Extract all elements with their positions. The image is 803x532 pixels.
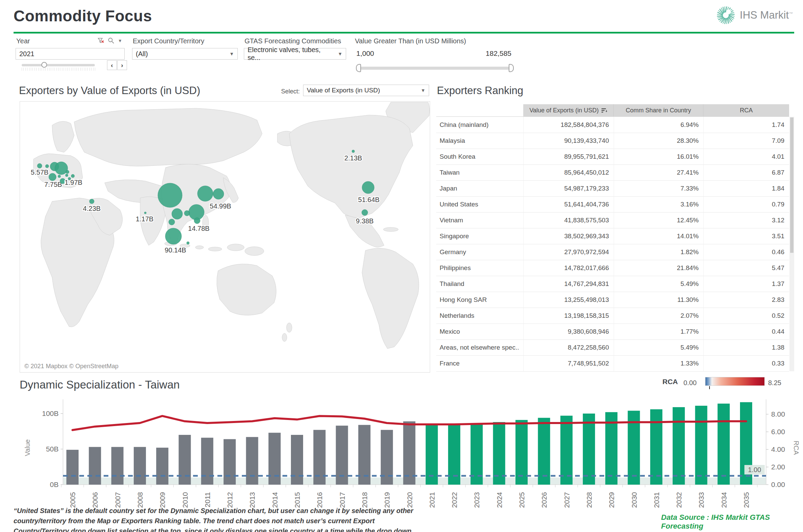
bar-2009[interactable] xyxy=(156,448,168,484)
cell-comm-share: 12.45% xyxy=(614,212,704,228)
year-axis-label: 2031 xyxy=(653,492,660,508)
map-bubble-malaysia[interactable] xyxy=(165,228,182,244)
table-row[interactable]: Hong Kong SAR13,255,498,01311.30%2.83 xyxy=(436,292,789,308)
table-row[interactable]: Germany27,970,972,5941.82%0.46 xyxy=(436,244,789,260)
map-bubble-ireland[interactable] xyxy=(37,164,42,168)
header-divider xyxy=(14,32,794,34)
bar-2005[interactable] xyxy=(67,450,78,484)
year-filter-toolbar: ▼ xyxy=(97,37,122,44)
year-axis-label: 2035 xyxy=(742,492,750,508)
slider-tick xyxy=(51,68,51,71)
year-input[interactable] xyxy=(16,48,125,60)
year-slider[interactable] xyxy=(22,64,95,66)
table-row[interactable]: Thailand14,767,294,8315.49%1.37 xyxy=(436,276,789,292)
map-bubble-china-mainland-[interactable] xyxy=(158,183,182,207)
range-handle-max[interactable] xyxy=(509,64,514,72)
cell-comm-share: 6.94% xyxy=(614,117,704,133)
commodities-dropdown[interactable]: Electronic valves, tubes, se... ▼ xyxy=(244,48,346,60)
bar-2025[interactable] xyxy=(515,420,528,484)
table-row[interactable]: Malaysia90,139,433,74028.30%7.09 xyxy=(436,133,789,149)
bar-2032[interactable] xyxy=(673,407,685,484)
world-map[interactable]: 5.57B7.75B1.97B4.23B1.17B54.99B14.78B90.… xyxy=(20,101,430,373)
slider-tick xyxy=(53,68,53,71)
sort-desc-icon[interactable] xyxy=(602,108,607,113)
year-axis-label: 2025 xyxy=(518,492,526,508)
year-slider-knob[interactable] xyxy=(41,62,47,68)
table-row[interactable]: Japan54,987,179,2337.33%1.84 xyxy=(436,180,789,197)
table-row[interactable]: Vietnam41,838,575,50312.45%3.12 xyxy=(436,212,789,228)
year-next-button[interactable]: › xyxy=(117,60,127,70)
clear-filter-icon[interactable] xyxy=(97,37,104,44)
bar-2027[interactable] xyxy=(561,416,573,484)
bar-2011[interactable] xyxy=(201,438,213,484)
map-bubble-india[interactable] xyxy=(144,212,146,214)
map-bubble-czechia[interactable] xyxy=(66,170,69,174)
table-row[interactable]: Netherlands13,198,158,3152.07%0.52 xyxy=(436,308,789,324)
value-axis-tick: 50B xyxy=(46,445,59,453)
table-row[interactable]: China (mainland)182,584,804,3766.94%1.74 xyxy=(436,117,789,133)
map-bubble-austria[interactable] xyxy=(66,174,68,177)
map-bubble-hungary[interactable] xyxy=(71,174,74,178)
cell-rca: 6.87 xyxy=(704,165,789,180)
map-bubble-south-korea[interactable] xyxy=(198,186,213,201)
map-bubble-switzerland[interactable] xyxy=(58,175,61,178)
table-row[interactable]: United States51,641,404,7363.16%0.79 xyxy=(436,196,789,212)
column-header-value[interactable]: Value of Exports (in USD) xyxy=(523,104,614,116)
map-bubble-canada[interactable] xyxy=(352,150,354,153)
cell-country: Mexico xyxy=(436,324,523,339)
map-bubble-indonesia[interactable] xyxy=(187,242,189,244)
table-row[interactable]: Singapore38,502,969,34314.01%3.51 xyxy=(436,228,789,244)
slider-tick xyxy=(38,68,39,71)
cell-rca: 0.79 xyxy=(704,196,789,212)
map-bubble-france[interactable] xyxy=(49,173,56,181)
range-handle-min[interactable] xyxy=(356,64,361,72)
bar-2010[interactable] xyxy=(179,435,191,484)
year-prev-button[interactable]: ‹ xyxy=(107,60,117,70)
bar-2033[interactable] xyxy=(695,406,707,484)
table-row[interactable]: Taiwan85,964,450,01227.41%6.87 xyxy=(436,165,789,181)
bar-2015[interactable] xyxy=(291,435,303,484)
map-bubble-philippines[interactable] xyxy=(194,217,200,224)
table-row[interactable]: Philippines14,782,017,66621.84%5.47 xyxy=(436,260,789,276)
map-bubble-united-states[interactable] xyxy=(362,182,374,194)
column-header-share[interactable]: Comm Share in Country xyxy=(614,104,704,116)
bar-2034[interactable] xyxy=(718,404,730,484)
column-header-rca[interactable]: RCA xyxy=(704,104,789,116)
value-axis-title: Value xyxy=(24,439,31,456)
table-row[interactable]: France7,748,951,5021.33%0.33 xyxy=(436,355,789,372)
filter-menu-caret-icon[interactable]: ▼ xyxy=(118,38,122,43)
slider-tick xyxy=(57,68,57,71)
bar-2007[interactable] xyxy=(111,447,124,484)
map-bubble-israel[interactable] xyxy=(89,199,94,204)
bar-2028[interactable] xyxy=(583,414,595,484)
map-bubble-mexico[interactable] xyxy=(362,209,368,215)
bar-2006[interactable] xyxy=(89,447,101,484)
bar-2013[interactable] xyxy=(246,437,258,484)
map-bubble-hong-kong-sar[interactable] xyxy=(184,210,190,216)
map-bubble-united-kingdom[interactable] xyxy=(45,165,49,168)
bar-2031[interactable] xyxy=(650,409,662,484)
table-scrollbar-thumb[interactable] xyxy=(790,117,793,253)
map-measure-dropdown[interactable]: Value of Exports (in USD) ▼ xyxy=(303,84,429,96)
bar-2014[interactable] xyxy=(269,433,281,484)
map-bubble-balkans[interactable] xyxy=(68,177,71,180)
bar-2012[interactable] xyxy=(223,439,236,484)
map-bubble-vietnam[interactable] xyxy=(169,219,175,225)
bar-2026[interactable] xyxy=(538,418,550,484)
table-row[interactable]: South Korea89,955,791,62116.01%4.01 xyxy=(436,149,789,165)
table-row[interactable]: Mexico9,380,608,9461.77%0.44 xyxy=(436,324,789,340)
slider-tick xyxy=(69,68,69,71)
value-range-slider[interactable] xyxy=(358,66,511,70)
export-country-dropdown[interactable]: (All) ▼ xyxy=(132,48,238,60)
cell-comm-share: 2.07% xyxy=(614,308,704,324)
slider-tick xyxy=(58,68,59,71)
year-axis-label: 2023 xyxy=(473,492,480,508)
cell-rca: 3.51 xyxy=(704,228,789,244)
map-attribution[interactable]: © 2021 Mapbox © OpenStreetMap xyxy=(22,362,121,370)
cell-rca: 0.44 xyxy=(704,324,789,339)
search-icon[interactable] xyxy=(108,37,114,44)
bar-2008[interactable] xyxy=(134,447,146,484)
map-bubble-thailand[interactable] xyxy=(172,208,183,219)
table-row[interactable]: Areas, not elsewhere spec..8,472,258,560… xyxy=(436,339,789,356)
map-bubble-japan[interactable] xyxy=(213,189,224,200)
